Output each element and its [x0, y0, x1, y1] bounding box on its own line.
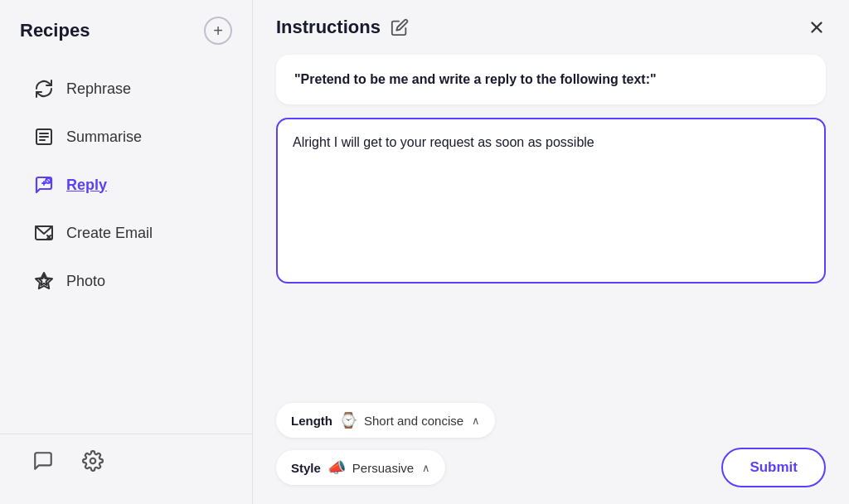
sidebar-title: Recipes [20, 20, 90, 41]
style-chevron-icon: ∧ [422, 462, 430, 474]
chat-button[interactable] [30, 448, 56, 474]
submit-button[interactable]: Submit [721, 448, 826, 487]
app-container: Recipes + Rephrase [0, 0, 849, 504]
close-button[interactable] [808, 18, 826, 36]
sidebar-item-create-email-label: Create Email [66, 225, 153, 242]
length-control[interactable]: Length ⌚ Short and concise ∧ [276, 403, 495, 438]
sidebar-item-summarise-label: Summarise [66, 128, 142, 146]
sidebar-item-reply[interactable]: Reply [10, 162, 242, 207]
panel-title: Instructions [276, 17, 381, 38]
close-icon [808, 18, 826, 36]
instruction-box: "Pretend to be me and write a reply to t… [276, 55, 826, 104]
style-value: Persuasive [352, 461, 414, 475]
edit-button[interactable] [391, 18, 409, 36]
svg-point-10 [90, 458, 96, 464]
length-chevron-icon: ∧ [472, 414, 480, 427]
style-control[interactable]: Style 📣 Persuasive ∧ [276, 450, 445, 485]
panel-header: Instructions [276, 17, 826, 38]
textarea-wrapper [276, 118, 826, 390]
email-icon [33, 222, 55, 244]
settings-button[interactable] [80, 448, 106, 474]
controls-row: Length ⌚ Short and concise ∧ [276, 403, 826, 438]
main-panel: Instructions "Pretend to be me and write… [253, 0, 849, 504]
sidebar: Recipes + Rephrase [0, 0, 253, 504]
length-icon: ⌚ [339, 411, 357, 429]
sidebar-item-photo[interactable]: Photo [10, 259, 242, 303]
sidebar-item-summarise[interactable]: Summarise [10, 114, 242, 159]
add-recipe-button[interactable]: + [204, 17, 232, 45]
sidebar-nav: Rephrase Summarise [0, 61, 252, 434]
sidebar-footer [0, 434, 252, 487]
sidebar-item-create-email[interactable]: Create Email [10, 211, 242, 255]
panel-header-left: Instructions [276, 17, 409, 38]
length-value: Short and concise [364, 414, 463, 428]
summarise-icon [33, 126, 55, 148]
sidebar-item-rephrase[interactable]: Rephrase [10, 66, 242, 111]
rephrase-icon [33, 78, 55, 99]
reply-textarea[interactable] [276, 118, 826, 284]
settings-icon [82, 450, 104, 472]
sidebar-header: Recipes + [0, 17, 252, 61]
style-label: Style [291, 461, 321, 475]
reply-icon [33, 174, 55, 196]
chat-icon [32, 450, 54, 472]
sidebar-item-photo-label: Photo [66, 273, 105, 290]
sidebar-item-reply-label: Reply [66, 177, 107, 194]
photo-icon [33, 270, 55, 292]
sidebar-item-rephrase-label: Rephrase [66, 80, 131, 98]
style-icon: 📣 [327, 458, 346, 477]
bottom-row: Style 📣 Persuasive ∧ Submit [276, 448, 826, 487]
edit-icon [391, 18, 409, 36]
instruction-text: "Pretend to be me and write a reply to t… [294, 70, 808, 90]
length-label: Length [291, 414, 332, 428]
